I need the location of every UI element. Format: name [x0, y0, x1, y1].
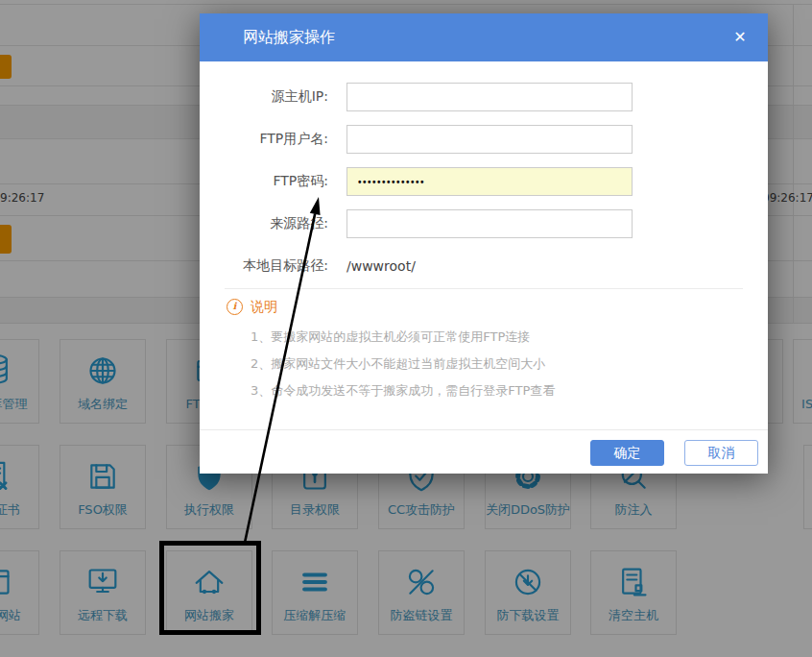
- source-ip-label: 源主机IP:: [200, 88, 328, 106]
- ftp-username-label: FTP用户名:: [200, 131, 328, 148]
- cancel-button[interactable]: 取消: [684, 440, 758, 466]
- dialog-header: 网站搬家操作 ✕: [200, 13, 768, 61]
- info-icon: i: [227, 299, 243, 315]
- note-item: 3、命令成功发送不等于搬家成功，需自行登录FTP查看: [251, 382, 555, 400]
- ftp-username-input[interactable]: [346, 125, 633, 154]
- form-row: FTP用户名:: [200, 125, 768, 154]
- ftp-password-input[interactable]: [346, 167, 633, 196]
- divider: [225, 288, 743, 289]
- confirm-button[interactable]: 确定: [590, 440, 664, 466]
- form-row: 来源路径:: [200, 209, 768, 238]
- source-path-label: 来源路径:: [200, 215, 328, 232]
- close-icon[interactable]: ✕: [729, 27, 751, 48]
- note-title: 说明: [251, 299, 277, 316]
- screen: 9:26:17 09:26:17 数据库管理 域名绑定: [0, 0, 812, 657]
- target-path-label: 本地目标路径:: [200, 257, 328, 275]
- divider: [200, 429, 768, 430]
- note-item: 2、搬家网站文件大小不能超过当前虚拟主机空间大小: [251, 355, 545, 373]
- target-path-value: /wwwroot/: [346, 258, 416, 274]
- note-item: 1、要搬家网站的虚拟主机必须可正常使用FTP连接: [251, 328, 530, 346]
- form-row: 本地目标路径: /wwwroot/: [200, 252, 768, 280]
- dialog-title: 网站搬家操作: [243, 28, 335, 48]
- source-ip-input[interactable]: [346, 83, 633, 111]
- source-path-input[interactable]: [346, 209, 633, 238]
- site-migrate-dialog: 网站搬家操作 ✕ 源主机IP: FTP用户名: FTP密码: 来源路径: 本地目…: [200, 13, 768, 474]
- ftp-password-label: FTP密码:: [200, 173, 328, 190]
- form-row: FTP密码:: [200, 167, 768, 196]
- form-row: 源主机IP:: [200, 83, 768, 111]
